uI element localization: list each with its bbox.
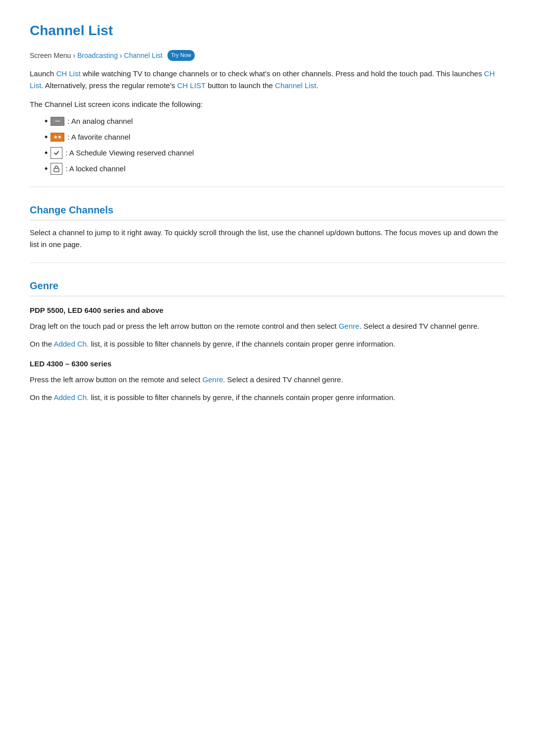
favorite-channel-icon: ★★ [51, 133, 64, 142]
pdp-p2-after: list, it is possible to filter channels … [89, 340, 395, 348]
breadcrumb: Screen Menu › Broadcasting › Channel Lis… [30, 50, 505, 61]
analog-channel-label: : An analog channel [67, 115, 133, 127]
section-divider-1 [30, 187, 505, 187]
led-p1-before: Press the left arrow button on the remot… [30, 375, 203, 384]
led-paragraph-1: Press the left arrow button on the remot… [30, 374, 505, 386]
schedule-channel-icon [51, 147, 62, 159]
schedule-channel-label: : A Schedule Viewing reserved channel [65, 147, 194, 159]
intro-text-final: . [316, 81, 318, 90]
section-divider-2 [30, 262, 505, 263]
ch-list-link-1[interactable]: CH List [56, 69, 80, 78]
intro-text-before-ch-list: Launch [30, 69, 56, 78]
breadcrumb-channel-list[interactable]: Channel List [124, 50, 162, 61]
genre-link-2[interactable]: Genre [203, 375, 223, 384]
breadcrumb-screen-menu: Screen Menu [30, 50, 71, 61]
pdp-p1-before: Drag left on the touch pad or press the … [30, 322, 339, 330]
ch-list-link-3[interactable]: CH LIST [177, 81, 206, 90]
breadcrumb-separator-2: › [120, 50, 122, 61]
try-now-badge[interactable]: Try Now [167, 50, 195, 61]
led-p2-before: On the [30, 393, 54, 402]
list-item-locked: : A locked channel [45, 163, 505, 175]
channel-list-link[interactable]: Channel List [275, 81, 316, 90]
pdp-paragraph-1: Drag left on the touch pad or press the … [30, 320, 505, 332]
added-ch-link-1[interactable]: Added Ch. [54, 340, 89, 348]
icon-list: : An analog channel ★★ : A favorite chan… [30, 115, 505, 175]
change-channels-heading: Change Channels [30, 202, 505, 221]
locked-channel-icon [51, 163, 62, 175]
led-p2-after: list, it is possible to filter channels … [89, 393, 395, 402]
pdp-p2-before: On the [30, 340, 54, 348]
led-p1-after: . Select a desired TV channel genre. [223, 375, 343, 384]
locked-channel-label: : A locked channel [65, 163, 125, 175]
list-item-analog: : An analog channel [45, 115, 505, 127]
icons-intro-text: The Channel List screen icons indicate t… [30, 99, 505, 110]
breadcrumb-separator-1: › [73, 50, 75, 61]
pdp-paragraph-2: On the Added Ch. list, it is possible to… [30, 338, 505, 350]
intro-paragraph-1: Launch CH List while watching TV to chan… [30, 68, 505, 92]
analog-channel-icon [51, 117, 64, 126]
page-title: Channel List [30, 20, 505, 42]
led-subsection-heading: LED 4300 – 6300 series [30, 358, 505, 370]
intro-text-mid2: . Alternatively, press the regular remot… [41, 81, 177, 90]
led-paragraph-2: On the Added Ch. list, it is possible to… [30, 392, 505, 403]
intro-text-end: button to launch the [206, 81, 275, 90]
pdp-subsection-heading: PDP 5500, LED 6400 series and above [30, 304, 505, 316]
intro-text-mid1: while watching TV to change channels or … [81, 69, 484, 78]
added-ch-link-2[interactable]: Added Ch. [54, 393, 89, 402]
genre-heading: Genre [30, 278, 505, 297]
svg-rect-0 [54, 168, 59, 172]
favorite-channel-label: : A favorite channel [67, 131, 130, 143]
change-channels-paragraph: Select a channel to jump to it right awa… [30, 227, 505, 251]
breadcrumb-broadcasting[interactable]: Broadcasting [77, 50, 118, 61]
genre-link-1[interactable]: Genre [339, 322, 360, 330]
list-item-favorite: ★★ : A favorite channel [45, 131, 505, 143]
pdp-p1-after: . Select a desired TV channel genre. [359, 322, 479, 330]
list-item-schedule: : A Schedule Viewing reserved channel [45, 147, 505, 159]
